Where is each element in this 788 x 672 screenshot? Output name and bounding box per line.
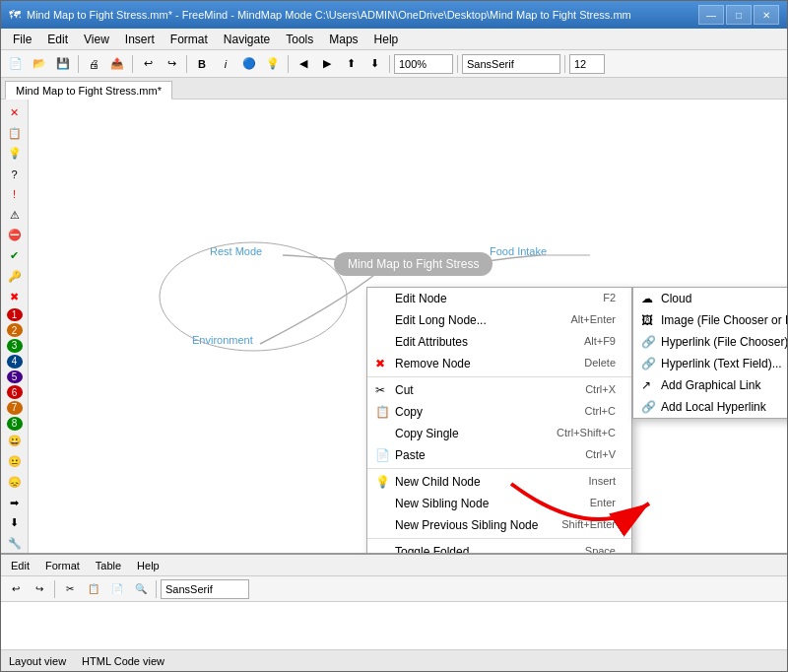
toolbar-sep-2	[132, 55, 133, 73]
sidebar-tool-3[interactable]: ?	[4, 165, 26, 183]
bottom-search[interactable]: 🔍	[130, 578, 152, 600]
layout-view-label[interactable]: Layout view	[9, 655, 66, 667]
cm-new-sibling[interactable]: New Sibling Node Enter	[367, 493, 631, 514]
sidebar-arrow-2[interactable]: ⬇	[4, 514, 26, 533]
cm-paste[interactable]: 📄 Paste Ctrl+V	[367, 444, 631, 466]
bottom-undo[interactable]: ↩	[5, 578, 27, 600]
cm-edit-long-node[interactable]: Edit Long Node... Alt+Enter	[367, 309, 631, 331]
sidebar-tool-2[interactable]: 💡	[4, 145, 26, 164]
sidebar-num-2[interactable]: 2	[7, 323, 23, 337]
menu-edit[interactable]: Edit	[39, 31, 76, 48]
sidebar-num-6[interactable]: 6	[7, 385, 23, 399]
app-icon: 🗺	[9, 8, 21, 22]
sidebar-tool-9[interactable]: ✖	[4, 288, 26, 306]
cm-sep-1	[367, 376, 631, 377]
node-rest-mode[interactable]: Rest Mode	[210, 245, 262, 257]
sidebar-num-1[interactable]: 1	[7, 308, 23, 322]
zoom-input[interactable]	[394, 54, 453, 74]
sidebar-close[interactable]: ✕	[4, 103, 26, 122]
nav-up[interactable]: ⬆	[340, 53, 361, 75]
cm-new-prev-sibling[interactable]: New Previous Sibling Node Shift+Enter	[367, 514, 631, 536]
nav-back[interactable]: ◀	[293, 53, 314, 75]
node-food-intake[interactable]: Food Intake	[490, 245, 547, 257]
sm-cloud[interactable]: ☁ Cloud	[633, 288, 787, 309]
idea-button[interactable]: 💡	[262, 53, 284, 75]
nav-down[interactable]: ⬇	[363, 53, 385, 75]
sidebar-smiley-1[interactable]: 😀	[4, 433, 26, 451]
bottom-menu-format[interactable]: Format	[39, 559, 86, 572]
undo-button[interactable]: ↩	[137, 53, 159, 75]
bottom-redo[interactable]: ↪	[29, 578, 50, 600]
bottom-sep-1	[54, 580, 55, 598]
html-code-view-label[interactable]: HTML Code view	[82, 655, 164, 667]
menu-help[interactable]: Help	[366, 31, 407, 48]
sidebar-num-8[interactable]: 8	[7, 417, 23, 431]
main-tab[interactable]: Mind Map to Fight Stress.mm*	[5, 81, 172, 100]
nav-fwd[interactable]: ▶	[316, 53, 338, 75]
paste-icon: 📄	[375, 448, 390, 462]
open-button[interactable]: 📂	[29, 53, 50, 75]
cm-copy[interactable]: 📋 Copy Ctrl+C	[367, 401, 631, 423]
print-button[interactable]: 🖨	[83, 53, 104, 75]
menu-maps[interactable]: Maps	[321, 31, 365, 48]
sidebar-arrow-1[interactable]: ➡	[4, 494, 26, 512]
menu-view[interactable]: View	[76, 31, 117, 48]
cloud-icon: ☁	[641, 292, 653, 305]
sm-hyperlink-file[interactable]: 🔗 Hyperlink (File Chooser)...	[633, 331, 787, 353]
cm-new-child[interactable]: 💡 New Child Node Insert	[367, 471, 631, 493]
center-node[interactable]: Mind Map to Fight Stress	[334, 252, 492, 276]
cm-toggle-folded[interactable]: Toggle Folded Space	[367, 541, 631, 553]
menu-tools[interactable]: Tools	[278, 31, 321, 48]
font-size-input[interactable]	[569, 54, 605, 74]
redo-button[interactable]: ↪	[161, 53, 182, 75]
italic-button[interactable]: i	[215, 53, 236, 75]
cm-cut[interactable]: ✂ Cut Ctrl+X	[367, 379, 631, 401]
font-select[interactable]	[462, 54, 560, 74]
sidebar-tool-7[interactable]: ✔	[4, 246, 26, 265]
save-button[interactable]: 💾	[52, 53, 74, 75]
sidebar-smiley-3[interactable]: 😞	[4, 473, 26, 492]
svg-point-0	[160, 242, 347, 351]
sidebar-num-7[interactable]: 7	[7, 401, 23, 415]
cm-edit-attributes[interactable]: Edit Attributes Alt+F9	[367, 331, 631, 353]
cm-sep-2	[367, 468, 631, 469]
menu-navigate[interactable]: Navigate	[216, 31, 278, 48]
sm-image[interactable]: 🖼 Image (File Chooser or Link)...	[633, 309, 787, 331]
cm-remove-node[interactable]: ✖ Remove Node Delete	[367, 353, 631, 374]
sidebar-tool-6[interactable]: ⛔	[4, 227, 26, 245]
menu-format[interactable]: Format	[163, 31, 216, 48]
bottom-cut[interactable]: ✂	[59, 578, 81, 600]
sidebar-tool-10[interactable]: 🔧	[4, 534, 26, 553]
node-button[interactable]: 🔵	[238, 53, 260, 75]
sidebar-num-3[interactable]: 3	[7, 339, 23, 353]
sidebar-num-4[interactable]: 4	[7, 355, 23, 369]
bottom-content-area[interactable]	[1, 602, 787, 649]
node-environment[interactable]: Environment	[192, 334, 253, 346]
bottom-copy-btn[interactable]: 📋	[83, 578, 104, 600]
bottom-paste-btn[interactable]: 📄	[106, 578, 128, 600]
sidebar-tool-4[interactable]: !	[4, 185, 26, 204]
cm-copy-single[interactable]: Copy Single Ctrl+Shift+C	[367, 423, 631, 444]
canvas-area[interactable]: Mind Map to Fight Stress Rest Mode Food …	[29, 100, 787, 553]
sidebar-smiley-2[interactable]: 😐	[4, 452, 26, 471]
maximize-button[interactable]: □	[726, 5, 752, 25]
sidebar-tool-8[interactable]: 🔑	[4, 267, 26, 286]
menu-insert[interactable]: Insert	[117, 31, 163, 48]
sidebar-tool-5[interactable]: ⚠	[4, 206, 26, 225]
bottom-menu-table[interactable]: Table	[90, 559, 127, 572]
close-button[interactable]: ✕	[754, 5, 779, 25]
sidebar-num-5[interactable]: 5	[7, 370, 23, 384]
export-button[interactable]: 📤	[106, 53, 128, 75]
menu-file[interactable]: File	[5, 31, 39, 48]
sm-hyperlink-text[interactable]: 🔗 Hyperlink (Text Field)...	[633, 353, 787, 374]
bottom-font-input[interactable]	[161, 579, 249, 599]
bottom-menu-help[interactable]: Help	[131, 559, 165, 572]
bold-button[interactable]: B	[191, 53, 213, 75]
bottom-menu-edit[interactable]: Edit	[5, 559, 35, 572]
sm-add-graphical-link[interactable]: ↗ Add Graphical Link	[633, 374, 787, 396]
sidebar-tool-1[interactable]: 📋	[4, 124, 26, 143]
new-button[interactable]: 📄	[5, 53, 27, 75]
cm-edit-node[interactable]: Edit Node F2	[367, 288, 631, 309]
sm-add-local-hyperlink[interactable]: 🔗 Add Local Hyperlink	[633, 396, 787, 418]
minimize-button[interactable]: —	[698, 5, 724, 25]
